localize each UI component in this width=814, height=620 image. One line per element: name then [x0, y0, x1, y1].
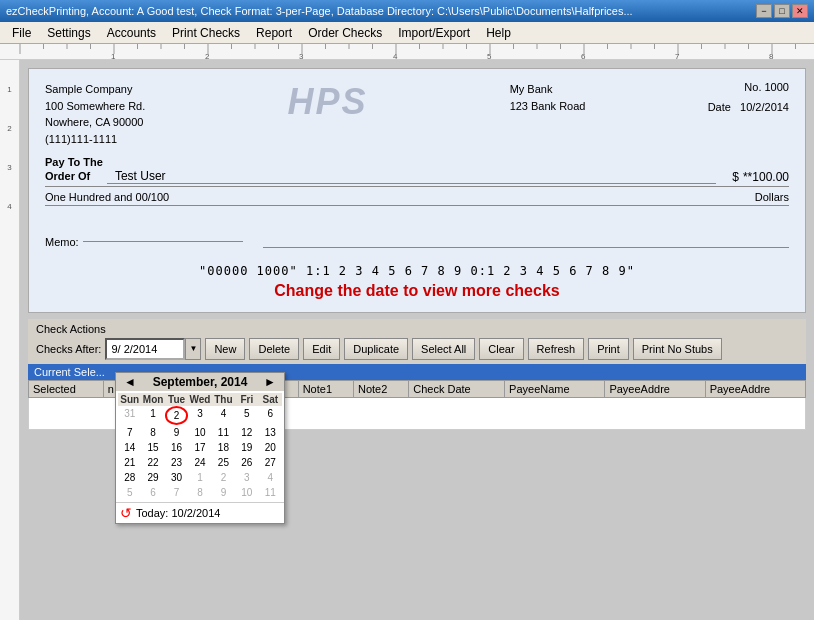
written-amount-text: One Hundred and 00/100 [45, 191, 169, 203]
refresh-button[interactable]: Refresh [528, 338, 585, 360]
calendar-day[interactable]: 2 [165, 406, 188, 425]
today-icon: ↺ [120, 505, 132, 521]
calendar-day[interactable]: 1 [141, 406, 164, 425]
written-amount-line: One Hundred and 00/100 Dollars [45, 191, 789, 206]
calendar-day[interactable]: 6 [141, 485, 164, 500]
company-address1: 100 Somewhere Rd. [45, 98, 145, 115]
calendar-day[interactable]: 1 [188, 470, 211, 485]
calendar-popup: ◄ September, 2014 ► SunMonTueWedThuFriSa… [115, 372, 285, 524]
calendar-day[interactable]: 4 [259, 470, 282, 485]
calendar-today[interactable]: ↺ Today: 10/2/2014 [116, 502, 284, 523]
calendar-day[interactable]: 3 [188, 406, 211, 425]
clear-button[interactable]: Clear [479, 338, 523, 360]
calendar-day[interactable]: 9 [212, 485, 235, 500]
calendar-day[interactable]: 26 [235, 455, 258, 470]
calendar-prev-button[interactable]: ◄ [120, 375, 140, 389]
pay-line: Pay To The Order Of Test User $ **100.00 [45, 155, 789, 187]
calendar-header: ◄ September, 2014 ► [116, 373, 284, 391]
calendar-day[interactable]: 7 [118, 425, 141, 440]
calendar-day[interactable]: 5 [118, 485, 141, 500]
payee-name: Test User [107, 169, 716, 184]
company-name: Sample Company [45, 81, 145, 98]
cal-day-header: Sat [259, 393, 282, 406]
bank-info: My Bank 123 Bank Road [510, 81, 586, 147]
menu-item-file[interactable]: File [4, 24, 39, 42]
date-input-group: ▼ [105, 338, 201, 360]
table-header-payeename: PayeeName [505, 380, 605, 397]
calendar-day[interactable]: 11 [259, 485, 282, 500]
calendar-day[interactable]: 27 [259, 455, 282, 470]
memo-field: Memo: [45, 236, 243, 248]
menu-bar: FileSettingsAccountsPrint ChecksReportOr… [0, 22, 814, 44]
calendar-next-button[interactable]: ► [260, 375, 280, 389]
calendar-day[interactable]: 3 [235, 470, 258, 485]
checks-after-input[interactable] [105, 338, 185, 360]
calendar-day[interactable]: 13 [259, 425, 282, 440]
calendar-title: September, 2014 [153, 375, 248, 389]
calendar-day[interactable]: 22 [141, 455, 164, 470]
check-date: 10/2/2014 [740, 101, 789, 113]
calendar-day[interactable]: 29 [141, 470, 164, 485]
calendar-day[interactable]: 17 [188, 440, 211, 455]
calendar-day[interactable]: 25 [212, 455, 235, 470]
calendar-day[interactable]: 9 [165, 425, 188, 440]
check-actions-panel: Check Actions Checks After: ▼ New Delete… [28, 319, 806, 364]
maximize-button[interactable]: □ [774, 4, 790, 18]
change-date-message: Change the date to view more checks [45, 282, 789, 300]
delete-button[interactable]: Delete [249, 338, 299, 360]
calendar-day[interactable]: 19 [235, 440, 258, 455]
window-controls: − □ ✕ [756, 4, 808, 18]
date-dropdown-button[interactable]: ▼ [185, 338, 201, 360]
menu-item-help[interactable]: Help [478, 24, 519, 42]
check-number: No. 1000 [708, 81, 789, 93]
calendar-day[interactable]: 31 [118, 406, 141, 425]
calendar-day[interactable]: 18 [212, 440, 235, 455]
duplicate-button[interactable]: Duplicate [344, 338, 408, 360]
calendar-day[interactable]: 30 [165, 470, 188, 485]
cal-day-header: Wed [188, 393, 211, 406]
calendar-day[interactable]: 10 [235, 485, 258, 500]
ruler [0, 44, 814, 60]
company-address2: Nowhere, CA 90000 [45, 114, 145, 131]
minimize-button[interactable]: − [756, 4, 772, 18]
bank-name: My Bank [510, 81, 586, 98]
content-area: Sample Company 100 Somewhere Rd. Nowhere… [20, 60, 814, 620]
table-header-payeeaddre: PayeeAddre [705, 380, 805, 397]
calendar-day[interactable]: 21 [118, 455, 141, 470]
calendar-day[interactable]: 20 [259, 440, 282, 455]
calendar-day[interactable]: 6 [259, 406, 282, 425]
calendar-days: 3112345678910111213141516171819202122232… [118, 406, 282, 500]
calendar-day[interactable]: 24 [188, 455, 211, 470]
close-button[interactable]: ✕ [792, 4, 808, 18]
calendar-day[interactable]: 8 [141, 425, 164, 440]
calendar-day[interactable]: 15 [141, 440, 164, 455]
new-button[interactable]: New [205, 338, 245, 360]
menu-item-report[interactable]: Report [248, 24, 300, 42]
calendar-day[interactable]: 28 [118, 470, 141, 485]
calendar-day[interactable]: 12 [235, 425, 258, 440]
calendar-day[interactable]: 23 [165, 455, 188, 470]
calendar-day[interactable]: 16 [165, 440, 188, 455]
calendar-day[interactable]: 14 [118, 440, 141, 455]
menu-item-order-checks[interactable]: Order Checks [300, 24, 390, 42]
left-ruler: 1 2 3 4 [0, 60, 20, 620]
calendar-day[interactable]: 11 [212, 425, 235, 440]
select-all-button[interactable]: Select All [412, 338, 475, 360]
calendar-day[interactable]: 10 [188, 425, 211, 440]
table-header-note2: Note2 [353, 380, 408, 397]
edit-button[interactable]: Edit [303, 338, 340, 360]
check-actions-label: Check Actions [36, 323, 798, 335]
table-header-check-date: Check Date [409, 380, 505, 397]
menu-item-print-checks[interactable]: Print Checks [164, 24, 248, 42]
print-no-stubs-button[interactable]: Print No Stubs [633, 338, 722, 360]
calendar-day[interactable]: 8 [188, 485, 211, 500]
calendar-day[interactable]: 4 [212, 406, 235, 425]
calendar-day[interactable]: 2 [212, 470, 235, 485]
menu-item-import/export[interactable]: Import/Export [390, 24, 478, 42]
menu-item-settings[interactable]: Settings [39, 24, 98, 42]
calendar-day[interactable]: 7 [165, 485, 188, 500]
cal-day-header: Thu [212, 393, 235, 406]
print-button[interactable]: Print [588, 338, 629, 360]
menu-item-accounts[interactable]: Accounts [99, 24, 164, 42]
calendar-day[interactable]: 5 [235, 406, 258, 425]
